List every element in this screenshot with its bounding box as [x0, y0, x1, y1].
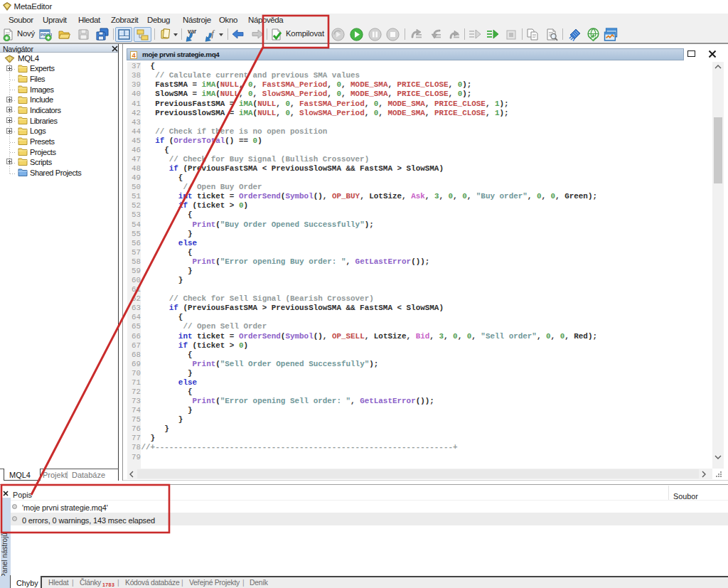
svg-text:f: f — [212, 28, 215, 38]
